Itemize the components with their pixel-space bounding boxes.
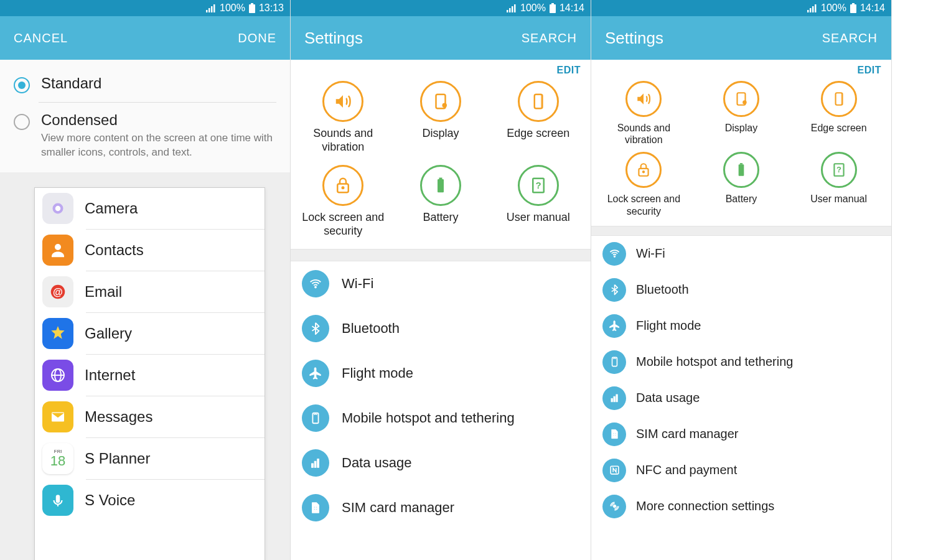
setting-bluetooth[interactable]: Bluetooth: [591, 272, 891, 308]
search-button[interactable]: SEARCH: [822, 31, 878, 45]
messages-icon: [42, 401, 73, 432]
quick-edge[interactable]: Edge screen: [790, 81, 887, 146]
setting-label: Mobile hotspot and tethering: [342, 410, 515, 426]
quick-battery[interactable]: Battery: [392, 165, 490, 238]
quick-lock[interactable]: Lock screen and security: [294, 165, 392, 238]
svg-rect-37: [314, 507, 315, 508]
svg-rect-35: [314, 462, 316, 468]
setting-data[interactable]: Data usage: [291, 441, 591, 485]
option-subtitle: View more content on the screen at one t…: [41, 131, 276, 160]
svg-point-67: [613, 505, 616, 508]
app-label: S Voice: [85, 492, 135, 509]
settings-list: Wi-FiBluetoothFlight modeMobile hotspot …: [591, 236, 891, 560]
option-condensed[interactable]: Condensed View more content on the scree…: [0, 103, 290, 169]
quick-label: Sounds and vibration: [297, 127, 390, 154]
data-icon: [602, 386, 626, 410]
quick-manual[interactable]: ?User manual: [489, 165, 587, 238]
signal-icon: [507, 4, 517, 12]
status-time: 13:13: [259, 2, 284, 14]
edit-button[interactable]: EDIT: [858, 65, 881, 75]
setting-wifi[interactable]: Wi-Fi: [591, 236, 891, 272]
contacts-icon: [42, 235, 73, 266]
app-preview-email: @Email: [35, 271, 265, 312]
quick-settings-grid: Sounds and vibrationDisplayEdge screenLo…: [291, 78, 591, 249]
quick-label: Lock screen and security: [597, 193, 690, 217]
email-icon: @: [42, 276, 73, 307]
setting-hotspot[interactable]: Mobile hotspot and tethering: [291, 396, 591, 441]
setting-label: More connection settings: [636, 499, 774, 513]
quick-display[interactable]: Display: [392, 81, 490, 154]
quick-label: Display: [725, 122, 757, 134]
setting-hotspot[interactable]: Mobile hotspot and tethering: [591, 344, 891, 380]
quick-lock[interactable]: Lock screen and security: [595, 152, 693, 217]
setting-label: Flight mode: [636, 319, 701, 333]
quick-manual[interactable]: ?User manual: [790, 152, 887, 217]
battery-icon: [249, 3, 255, 13]
svg-rect-63: [615, 433, 616, 434]
svg-rect-15: [56, 495, 60, 503]
sound-icon: [625, 81, 662, 117]
manual-icon: ?: [518, 165, 559, 206]
manual-icon: ?: [821, 152, 857, 188]
svg-point-7: [55, 206, 61, 212]
display-icon: [420, 81, 461, 122]
battery-pct: 100%: [220, 2, 245, 14]
status-bar: 100% 14:14: [291, 0, 591, 16]
svg-rect-16: [507, 10, 508, 12]
svg-rect-1: [208, 8, 210, 12]
sound-icon: [322, 81, 363, 122]
battery-pct: 100%: [520, 2, 546, 14]
app-preview-list: CameraContacts@EmailGalleryInternetMessa…: [34, 187, 265, 560]
battery-icon: [850, 3, 856, 13]
splanner-icon: FRI18: [42, 443, 73, 474]
setting-sim[interactable]: SIM card manager: [591, 416, 891, 452]
edge-icon: [518, 81, 559, 122]
svg-rect-43: [812, 6, 814, 12]
quick-label: Display: [422, 127, 459, 141]
quick-sound[interactable]: Sounds and vibration: [294, 81, 392, 154]
setting-data[interactable]: Data usage: [591, 380, 891, 416]
svg-rect-17: [509, 8, 511, 12]
setting-label: SIM card manager: [342, 500, 454, 516]
quick-edge[interactable]: Edge screen: [489, 81, 587, 154]
setting-label: Data usage: [636, 391, 700, 405]
app-preview-splanner: FRI18S Planner: [35, 438, 265, 479]
quick-battery[interactable]: Battery: [693, 152, 790, 217]
app-preview-camera: Camera: [35, 188, 265, 229]
quick-display[interactable]: Display: [693, 81, 790, 146]
setting-nfc[interactable]: NFC and payment: [591, 452, 891, 488]
svg-rect-36: [317, 459, 319, 468]
wifi-icon: [302, 270, 329, 297]
page-title: Settings: [304, 29, 363, 48]
setting-label: SIM card manager: [636, 427, 739, 441]
app-label: Internet: [85, 366, 135, 384]
status-time: 14:14: [560, 2, 584, 14]
sim-icon: [302, 494, 329, 521]
bluetooth-icon: [302, 315, 329, 342]
svg-rect-45: [852, 3, 855, 4]
signal-icon: [206, 4, 216, 12]
option-standard[interactable]: Standard: [0, 66, 290, 102]
svg-point-32: [315, 286, 317, 288]
done-button[interactable]: DONE: [238, 31, 276, 45]
cancel-button[interactable]: CANCEL: [14, 31, 68, 45]
svg-rect-42: [810, 8, 812, 12]
setting-more[interactable]: More connection settings: [591, 488, 891, 525]
setting-sim[interactable]: SIM card manager: [291, 485, 591, 530]
battery-icon: [420, 165, 461, 206]
setting-wifi[interactable]: Wi-Fi: [291, 261, 591, 306]
svg-point-23: [442, 103, 447, 108]
setting-flight[interactable]: Flight mode: [591, 308, 891, 344]
quick-sound[interactable]: Sounds and vibration: [595, 81, 693, 146]
svg-rect-54: [740, 164, 742, 165]
search-button[interactable]: SEARCH: [522, 31, 577, 45]
setting-flight[interactable]: Flight mode: [291, 351, 591, 396]
gallery-icon: [42, 318, 73, 349]
app-preview-svoice: S Voice: [35, 480, 265, 521]
flight-icon: [602, 314, 626, 338]
setting-bluetooth[interactable]: Bluetooth: [291, 306, 591, 351]
section-gap: [291, 249, 591, 261]
svg-rect-19: [514, 4, 516, 12]
status-time: 14:14: [860, 2, 885, 14]
edit-button[interactable]: EDIT: [557, 65, 581, 75]
